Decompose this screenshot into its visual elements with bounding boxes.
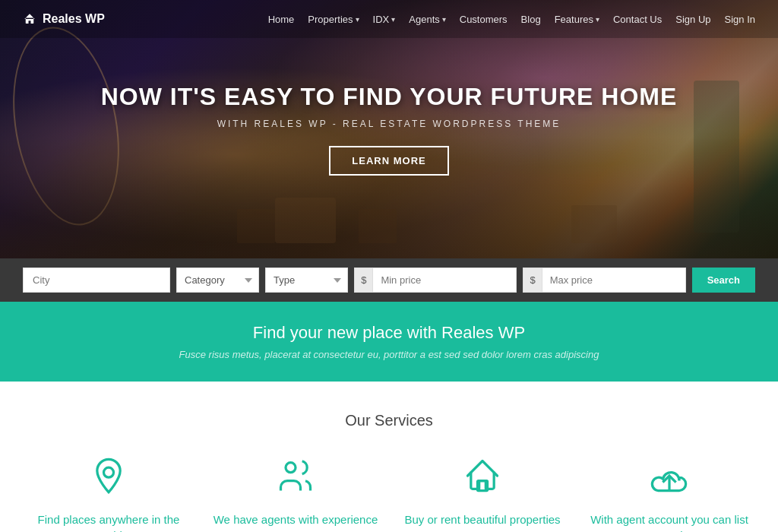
hero-section: NOW IT'S EASY TO FIND YOUR FUTURE HOME W… [0,0,778,258]
category-select[interactable]: Category [176,268,259,293]
max-price-group: $ [523,268,685,293]
search-bar: Category Type $ $ Search [0,258,778,302]
max-price-currency: $ [523,268,541,293]
nav-item-idx[interactable]: IDX [373,14,396,25]
nav-item-signup[interactable]: Sign Up [675,13,710,25]
service-card-listing: With agent account you can list properti… [586,456,753,532]
nav-menu: Home Properties IDX Agents Customers Blo… [268,13,755,25]
min-price-currency: $ [354,268,372,293]
services-grid: Find places anywhere in the world Lorem … [23,456,755,532]
nav-item-home[interactable]: Home [268,13,295,25]
nav-item-customers[interactable]: Customers [460,13,508,25]
max-price-input[interactable] [542,268,686,293]
service-name-agents: We have agents with experience [213,511,378,527]
brand-name: Reales WP [43,12,105,26]
service-card-agents: We have agents with experience Nulla con… [212,456,379,532]
tagline-subtext: Fusce risus metus, placerat at consectet… [23,349,755,360]
min-price-input[interactable] [372,268,517,293]
city-input[interactable] [23,268,170,293]
location-pin-icon [89,456,128,498]
cloud-upload-icon [650,456,689,498]
nav-item-contact[interactable]: Contact Us [613,13,662,25]
nav-item-features[interactable]: Features [555,14,599,25]
svg-point-1 [286,463,296,473]
home-brand-icon [23,12,36,26]
nav-item-agents[interactable]: Agents [409,14,445,25]
services-title: Our Services [23,412,755,429]
nav-item-blog[interactable]: Blog [521,13,541,25]
hero-content: NOW IT'S EASY TO FIND YOUR FUTURE HOME W… [86,83,693,176]
service-name-listing: With agent account you can list properti… [586,511,753,532]
service-name-location: Find places anywhere in the world [25,511,192,532]
hero-subtitle: WITH REALES WP - REAL ESTATE WORDPRESS T… [101,119,678,129]
type-select[interactable]: Type [265,268,348,293]
services-section: Our Services Find places anywhere in the… [0,382,778,532]
service-card-properties: Buy or rent beautiful properties Donec f… [399,456,566,532]
navbar: Reales WP Home Properties IDX Agents Cus… [0,0,778,38]
house-icon [463,456,502,498]
search-button[interactable]: Search [692,268,755,293]
svg-point-0 [104,467,114,477]
hero-title: NOW IT'S EASY TO FIND YOUR FUTURE HOME [101,83,678,111]
tagline-heading: Find your new place with Reales WP [23,323,755,343]
service-name-properties: Buy or rent beautiful properties [404,511,560,527]
service-card-location: Find places anywhere in the world Lorem … [25,456,192,532]
brand-logo[interactable]: Reales WP [23,12,105,26]
nav-item-signin[interactable]: Sign In [725,13,755,25]
learn-more-button[interactable]: Learn More [329,146,448,176]
nav-item-properties[interactable]: Properties [308,14,359,25]
min-price-group: $ [354,268,517,293]
tagline-banner: Find your new place with Reales WP Fusce… [0,302,778,382]
agents-icon [276,456,315,498]
